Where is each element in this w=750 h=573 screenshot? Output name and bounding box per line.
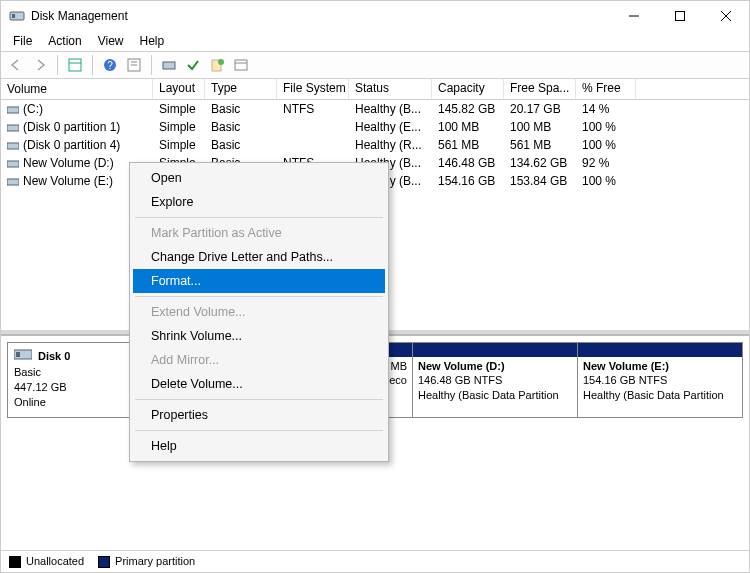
col-layout[interactable]: Layout: [153, 79, 205, 99]
close-button[interactable]: [703, 1, 749, 31]
cell-fs: [277, 143, 349, 147]
cell-type: Basic: [205, 136, 277, 154]
legend-primary: Primary partition: [98, 555, 195, 568]
volume-name: New Volume (E:): [23, 174, 113, 188]
cell-type: Basic: [205, 100, 277, 118]
col-status[interactable]: Status: [349, 79, 432, 99]
context-menu: Open Explore Mark Partition as Active Ch…: [129, 162, 389, 462]
minimize-button[interactable]: [611, 1, 657, 31]
cm-mark-active[interactable]: Mark Partition as Active: [133, 221, 385, 245]
cell-status: Healthy (R...: [349, 136, 432, 154]
cell-free: 134.62 GB: [504, 154, 576, 172]
svg-point-15: [218, 59, 224, 65]
volume-row[interactable]: (Disk 0 partition 1) Simple Basic Health…: [1, 118, 749, 136]
menu-view[interactable]: View: [90, 32, 132, 50]
drive-icon: [7, 104, 19, 114]
toolbar-separator: [57, 55, 58, 75]
disk-icon: [14, 347, 32, 365]
cell-capacity: 100 MB: [432, 118, 504, 136]
menu-help[interactable]: Help: [132, 32, 173, 50]
disk-state: Online: [14, 395, 146, 410]
svg-rect-18: [7, 107, 19, 113]
cm-shrink-volume[interactable]: Shrink Volume...: [133, 324, 385, 348]
col-filesystem[interactable]: File System: [277, 79, 349, 99]
title-bar: Disk Management: [1, 1, 749, 31]
back-button[interactable]: [5, 54, 27, 76]
cm-explore[interactable]: Explore: [133, 190, 385, 214]
svg-rect-24: [16, 352, 20, 357]
cell-layout: Simple: [153, 100, 205, 118]
cm-help[interactable]: Help: [133, 434, 385, 458]
help-button[interactable]: ?: [99, 54, 121, 76]
volume-row[interactable]: (C:) Simple Basic NTFS Healthy (B... 145…: [1, 100, 749, 118]
swatch-primary: [98, 556, 110, 568]
app-icon: [9, 8, 25, 24]
legend-unallocated: Unallocated: [9, 555, 84, 568]
menu-file[interactable]: File: [5, 32, 40, 50]
drive-icon: [7, 158, 19, 168]
cm-separator: [135, 430, 383, 431]
cell-free: 561 MB: [504, 136, 576, 154]
window-title: Disk Management: [31, 9, 611, 23]
partition-title: New Volume (D:): [418, 359, 572, 373]
svg-rect-3: [676, 12, 685, 21]
disk-type: Basic: [14, 365, 146, 380]
toolbar-view-button[interactable]: [64, 54, 86, 76]
cm-separator: [135, 399, 383, 400]
refresh-button[interactable]: [123, 54, 145, 76]
forward-button[interactable]: [29, 54, 51, 76]
cell-capacity: 154.16 GB: [432, 172, 504, 190]
legend-bar: Unallocated Primary partition: [1, 550, 749, 572]
cm-add-mirror[interactable]: Add Mirror...: [133, 348, 385, 372]
cm-properties[interactable]: Properties: [133, 403, 385, 427]
col-type[interactable]: Type: [205, 79, 277, 99]
toolbar-disk-icon[interactable]: [158, 54, 180, 76]
toolbar-new-icon[interactable]: [206, 54, 228, 76]
menu-action[interactable]: Action: [40, 32, 89, 50]
drive-icon: [7, 176, 19, 186]
toolbar-props-icon[interactable]: [230, 54, 252, 76]
svg-rect-16: [235, 60, 247, 70]
col-percent-free[interactable]: % Free: [576, 79, 636, 99]
partition-stripe: [413, 343, 577, 357]
cm-extend-volume[interactable]: Extend Volume...: [133, 300, 385, 324]
cm-change-drive-letter[interactable]: Change Drive Letter and Paths...: [133, 245, 385, 269]
partition-status: Healthy (Basic Data Partition: [583, 388, 737, 402]
partition[interactable]: New Volume (D:) 146.48 GB NTFS Healthy (…: [413, 343, 578, 417]
drive-icon: [7, 122, 19, 132]
disk-label: Disk 0: [38, 349, 70, 364]
cm-format[interactable]: Format...: [133, 269, 385, 293]
partition-size: 146.48 GB NTFS: [418, 373, 572, 387]
cell-status: Healthy (E...: [349, 118, 432, 136]
col-volume[interactable]: Volume: [1, 79, 153, 99]
cell-free: 20.17 GB: [504, 100, 576, 118]
volume-name: (Disk 0 partition 4): [23, 138, 120, 152]
svg-text:?: ?: [107, 60, 113, 71]
cm-open[interactable]: Open: [133, 166, 385, 190]
toolbar-separator: [151, 55, 152, 75]
cm-separator: [135, 296, 383, 297]
cell-pct: 100 %: [576, 118, 636, 136]
volume-name: (Disk 0 partition 1): [23, 120, 120, 134]
cm-separator: [135, 217, 383, 218]
svg-rect-22: [7, 179, 19, 185]
drive-icon: [7, 140, 19, 150]
svg-rect-1: [12, 14, 15, 18]
menu-bar: File Action View Help: [1, 31, 749, 51]
svg-rect-20: [7, 143, 19, 149]
col-free-space[interactable]: Free Spa...: [504, 79, 576, 99]
cell-capacity: 561 MB: [432, 136, 504, 154]
volume-row[interactable]: (Disk 0 partition 4) Simple Basic Health…: [1, 136, 749, 154]
col-capacity[interactable]: Capacity: [432, 79, 504, 99]
cell-free: 100 MB: [504, 118, 576, 136]
cm-delete-volume[interactable]: Delete Volume...: [133, 372, 385, 396]
toolbar-check-icon[interactable]: [182, 54, 204, 76]
partition[interactable]: New Volume (E:) 154.16 GB NTFS Healthy (…: [578, 343, 742, 417]
partition-size: 154.16 GB NTFS: [583, 373, 737, 387]
maximize-button[interactable]: [657, 1, 703, 31]
volume-name: (C:): [23, 102, 43, 116]
swatch-unallocated: [9, 556, 21, 568]
cell-capacity: 146.48 GB: [432, 154, 504, 172]
cell-fs: NTFS: [277, 100, 349, 118]
partition-status: Healthy (Basic Data Partition: [418, 388, 572, 402]
